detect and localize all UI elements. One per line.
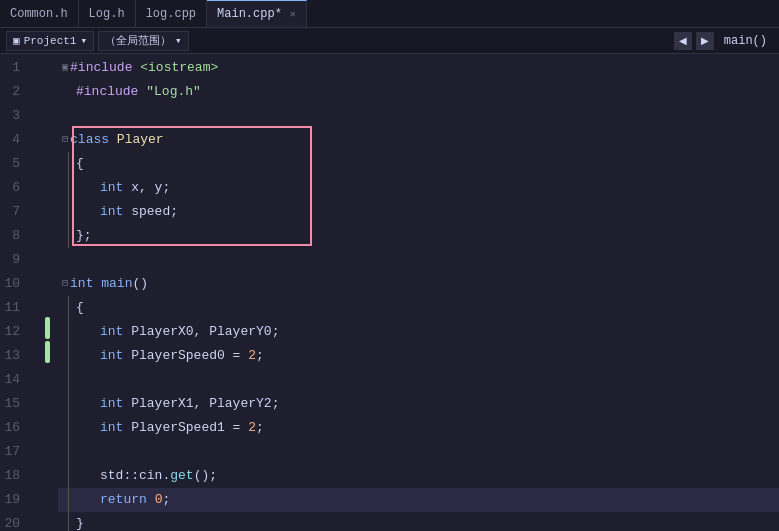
code-line-14	[58, 368, 779, 392]
project-label: Project1	[24, 35, 77, 47]
gutter-16	[36, 412, 58, 436]
gutter-18	[36, 459, 58, 483]
project-icon: ▣	[13, 34, 20, 47]
line-num-9: 9	[0, 248, 28, 272]
tab-common-h[interactable]: Common.h	[0, 0, 79, 27]
code-line-8: };	[58, 224, 779, 248]
line-num-3: 3	[0, 104, 28, 128]
gutter-6	[36, 173, 58, 197]
project-selector[interactable]: ▣ Project1 ▾	[6, 31, 94, 51]
gutter-11	[36, 292, 58, 316]
gutter-19	[36, 483, 58, 507]
code-line-15: int PlayerX1, PlayerY2;	[58, 392, 779, 416]
gutter-12	[36, 316, 58, 340]
gutter-17	[36, 436, 58, 460]
gutter-10	[36, 269, 58, 293]
coverage-bar-13	[45, 341, 50, 363]
line-num-17: 17	[0, 440, 28, 464]
gutter-1	[36, 54, 58, 78]
line-num-5: 5	[0, 152, 28, 176]
line-num-14: 14	[0, 368, 28, 392]
gutter-13	[36, 340, 58, 364]
gutter-3	[36, 102, 58, 126]
line-num-15: 15	[0, 392, 28, 416]
code-line-10: ⊟ int main()	[58, 272, 779, 296]
gutter-20	[36, 507, 58, 531]
tab-bar: Common.h Log.h log.cpp Main.cpp* ✕	[0, 0, 779, 28]
toolbar-left: ▣ Project1 ▾ （全局范围） ▾	[6, 31, 670, 51]
line-num-6: 6	[0, 176, 28, 200]
coverage-bar-12	[45, 317, 50, 339]
code-line-1: ▣ #include <iostream>	[58, 56, 779, 80]
line-numbers: 1 2 3 4 5 6 7 8 9 10 11 12 13 14 15 16 1…	[0, 54, 36, 531]
tab-label: Common.h	[10, 7, 68, 21]
line-num-13: 13	[0, 344, 28, 368]
toolbar: ▣ Project1 ▾ （全局范围） ▾ ◀ ▶ main()	[0, 28, 779, 54]
scope-selector[interactable]: （全局范围） ▾	[98, 31, 189, 51]
code-line-12: int PlayerX0, PlayerY0;	[58, 320, 779, 344]
gutter-14	[36, 364, 58, 388]
tab-label: Log.h	[89, 7, 125, 21]
gutter-7	[36, 197, 58, 221]
code-line-7: int speed;	[58, 200, 779, 224]
code-line-18: std::cin.get();	[58, 464, 779, 488]
collapse-4[interactable]: ⊟	[62, 128, 68, 152]
code-line-20: }	[58, 512, 779, 531]
line-gutter-area	[36, 54, 58, 531]
line-num-20: 20	[0, 512, 28, 531]
line-num-2: 2	[0, 80, 28, 104]
code-line-6: int x, y;	[58, 176, 779, 200]
gutter-9	[36, 245, 58, 269]
func-label: main()	[718, 34, 773, 48]
line-num-16: 16	[0, 416, 28, 440]
code-line-2: #include "Log.h"	[58, 80, 779, 104]
dropdown-icon: ▾	[175, 34, 182, 47]
dropdown-icon: ▾	[80, 34, 87, 47]
toolbar-right: ◀ ▶ main()	[674, 32, 773, 50]
line-num-18: 18	[0, 464, 28, 488]
line-num-19: 19	[0, 488, 28, 512]
line-num-11: 11	[0, 296, 28, 320]
code-line-5: {	[58, 152, 779, 176]
nav-back-button[interactable]: ◀	[674, 32, 692, 50]
tab-label: Main.cpp*	[217, 7, 282, 21]
nav-forward-button[interactable]: ▶	[696, 32, 714, 50]
code-line-3	[58, 104, 779, 128]
code-line-9	[58, 248, 779, 272]
collapse-10[interactable]: ⊟	[62, 272, 68, 296]
gutter-5	[36, 149, 58, 173]
gutter-2	[36, 78, 58, 102]
code-line-4: ⊟ class Player	[58, 128, 779, 152]
code-line-17	[58, 440, 779, 464]
tab-close-icon[interactable]: ✕	[290, 8, 296, 20]
code-content[interactable]: ▣ #include <iostream> #include "Log.h" ⊟…	[58, 54, 779, 531]
tab-log-h[interactable]: Log.h	[79, 0, 136, 27]
line-num-4: 4	[0, 128, 28, 152]
code-line-11: {	[58, 296, 779, 320]
code-area: 1 2 3 4 5 6 7 8 9 10 11 12 13 14 15 16 1…	[0, 54, 779, 531]
code-line-19: return 0;	[58, 488, 779, 512]
line-num-12: 12	[0, 320, 28, 344]
scope-label: （全局范围）	[105, 33, 171, 48]
line-num-7: 7	[0, 200, 28, 224]
gutter-4	[36, 126, 58, 150]
gutter-8	[36, 221, 58, 245]
line-num-10: 10	[0, 272, 28, 296]
code-line-16: int PlayerSpeed1 = 2;	[58, 416, 779, 440]
code-line-13: int PlayerSpeed0 = 2;	[58, 344, 779, 368]
tab-log-cpp[interactable]: log.cpp	[136, 0, 207, 27]
line-num-1: 1	[0, 56, 28, 80]
tab-label: log.cpp	[146, 7, 196, 21]
collapse-1[interactable]: ▣	[62, 56, 68, 80]
gutter-15	[36, 388, 58, 412]
line-num-8: 8	[0, 224, 28, 248]
tab-main-cpp[interactable]: Main.cpp* ✕	[207, 0, 307, 27]
